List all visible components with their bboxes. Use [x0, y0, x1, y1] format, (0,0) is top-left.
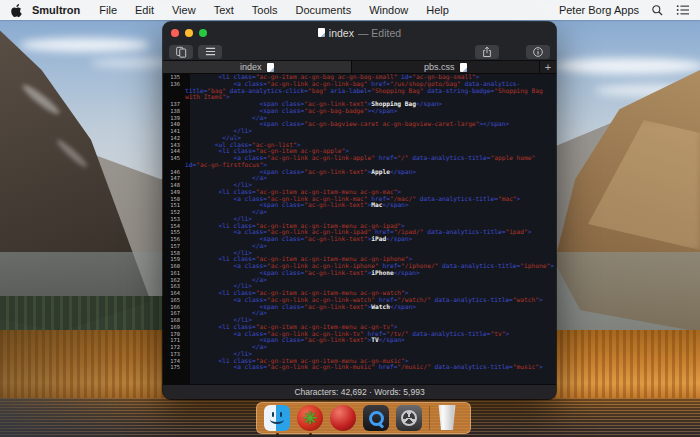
window-title-text: index [329, 27, 354, 39]
line-number: 174 [163, 358, 185, 365]
line-number: 161 [163, 270, 185, 277]
line-number: 145 [163, 155, 185, 169]
running-indicator [309, 433, 312, 436]
line-number: 140 [163, 121, 185, 128]
line-number: 175 [163, 364, 185, 371]
menu-items: SmultronFileEditViewTextToolsDocumentsWi… [28, 0, 458, 20]
smultron-window: index — Edited indexpbs.css + 135 [163, 22, 556, 399]
red-sphere-app-icon[interactable] [330, 405, 356, 431]
line-number: 170 [163, 331, 185, 338]
wallpaper-lake-shadow [0, 398, 190, 437]
menu-item-smultron[interactable]: Smultron [28, 0, 90, 20]
menu-bar: SmultronFileEditViewTextToolsDocumentsWi… [0, 0, 700, 20]
menu-bar-right: Peter Borg Apps [559, 4, 700, 17]
tab-pbs.css[interactable]: pbs.css [352, 61, 541, 73]
window-title: index — Edited [163, 27, 556, 39]
line-number: 167 [163, 310, 185, 317]
finder-icon[interactable] [264, 405, 290, 431]
window-title-suffix: — Edited [358, 27, 401, 39]
search-icon[interactable] [651, 4, 664, 17]
line-number: 164 [163, 290, 185, 297]
line-number: 162 [163, 277, 185, 284]
zoom-button[interactable] [199, 29, 207, 37]
line-number: 144 [163, 148, 185, 155]
line-number: 142 [163, 135, 185, 142]
line-number: 146 [163, 169, 185, 176]
menu-extra-title[interactable]: Peter Borg Apps [559, 4, 639, 16]
system-preferences-icon[interactable] [396, 405, 422, 431]
dock: ✳ [256, 402, 471, 434]
toolbar [163, 43, 556, 60]
menu-item-text[interactable]: Text [205, 0, 243, 20]
code-editor[interactable]: 135 <li class="ac-gn-item ac-gn-bag ac-g… [163, 74, 556, 384]
trash-icon[interactable] [437, 405, 463, 431]
line-number: 173 [163, 351, 185, 358]
apple-icon[interactable] [11, 4, 22, 17]
wallpaper-cloud [555, 58, 700, 74]
menu-item-window[interactable]: Window [360, 0, 417, 20]
line-number: 137 [163, 101, 185, 108]
tab-label: index [240, 62, 262, 72]
tab-bar-tabs: indexpbs.css [163, 61, 540, 73]
code-line: 136 <a class="ac-gn-link ac-gn-link-bag"… [163, 81, 556, 101]
line-number: 156 [163, 236, 185, 243]
line-number: 139 [163, 115, 185, 122]
line-number: 160 [163, 263, 185, 270]
line-number: 153 [163, 216, 185, 223]
document-icon [318, 28, 325, 37]
status-bar: Characters: 42,692 · Words: 5,993 [163, 384, 556, 399]
tab-label: pbs.css [424, 62, 455, 72]
documents-icon[interactable] [169, 45, 193, 59]
status-text: Characters: 42,692 · Words: 5,993 [294, 387, 424, 397]
menu-item-help[interactable]: Help [417, 0, 458, 20]
line-number: 151 [163, 202, 185, 209]
line-number: 171 [163, 337, 185, 344]
menu-item-documents[interactable]: Documents [287, 0, 361, 20]
menu-item-tools[interactable]: Tools [243, 0, 287, 20]
share-icon[interactable] [475, 45, 499, 59]
minimize-button[interactable] [185, 29, 193, 37]
line-number: 149 [163, 189, 185, 196]
line-number: 172 [163, 344, 185, 351]
line-number: 135 [163, 74, 185, 81]
line-number: 147 [163, 175, 185, 182]
line-number: 168 [163, 317, 185, 324]
running-indicator [276, 433, 279, 436]
desktop[interactable]: SmultronFileEditViewTextToolsDocumentsWi… [0, 0, 700, 437]
line-number: 158 [163, 250, 185, 257]
line-number: 155 [163, 229, 185, 236]
close-button[interactable] [171, 29, 179, 37]
line-number: 152 [163, 209, 185, 216]
document-icon [267, 63, 274, 72]
new-tab-button[interactable]: + [540, 61, 556, 73]
line-number: 150 [163, 196, 185, 203]
code-line: 175 <a class="ac-gn-link ac-gn-link-musi… [163, 364, 556, 371]
list-icon[interactable] [198, 45, 222, 59]
dock-divider [429, 406, 430, 430]
code-lines: 135 <li class="ac-gn-item ac-gn-bag ac-g… [163, 74, 556, 371]
line-number: 138 [163, 108, 185, 115]
menu-item-view[interactable]: View [163, 0, 205, 20]
title-bar[interactable]: index — Edited [163, 22, 556, 43]
line-number: 166 [163, 304, 185, 311]
tab-bar: indexpbs.css + [163, 60, 556, 74]
traffic-lights [171, 29, 207, 37]
notification-center-icon[interactable] [676, 4, 690, 16]
info-icon[interactable] [526, 45, 550, 59]
menu-item-file[interactable]: File [90, 0, 126, 20]
line-number: 148 [163, 182, 185, 189]
line-number: 165 [163, 297, 185, 304]
quicktime-icon[interactable] [363, 405, 389, 431]
line-number: 143 [163, 142, 185, 149]
line-number: 141 [163, 128, 185, 135]
menu-item-edit[interactable]: Edit [126, 0, 163, 20]
smultron-icon[interactable]: ✳ [297, 405, 323, 431]
line-number: 136 [163, 81, 185, 101]
line-number: 157 [163, 243, 185, 250]
line-number: 159 [163, 256, 185, 263]
document-icon [460, 63, 467, 72]
code-line: 145 <a class="ac-gn-link ac-gn-link-appl… [163, 155, 556, 169]
tab-index[interactable]: index [163, 61, 352, 73]
line-number: 169 [163, 324, 185, 331]
line-number: 154 [163, 223, 185, 230]
